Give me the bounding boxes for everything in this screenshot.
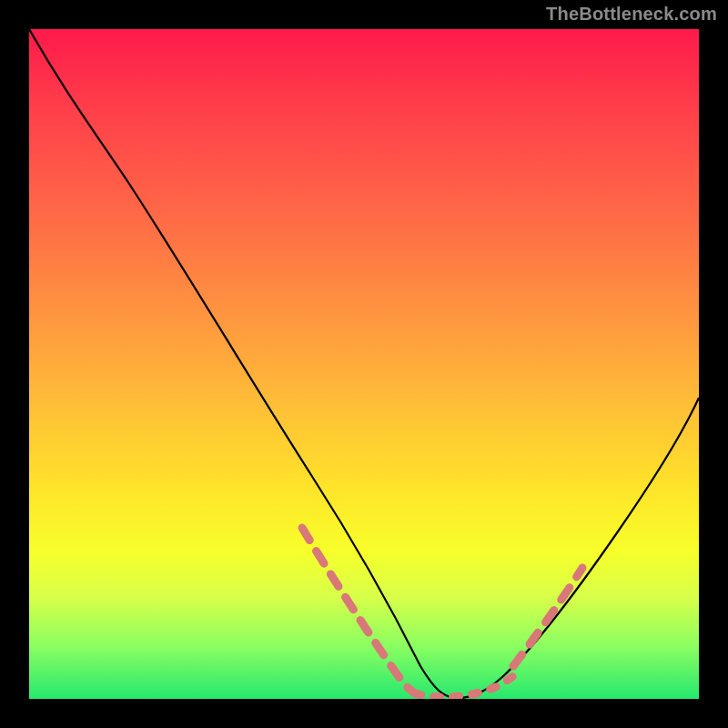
plot-area	[29, 29, 699, 699]
plot-svg	[29, 29, 699, 699]
right-highlight-dashes	[513, 568, 582, 666]
watermark-text: TheBottleneck.com	[546, 4, 717, 25]
chart-frame: TheBottleneck.com	[0, 0, 728, 728]
curve-line	[29, 29, 699, 698]
